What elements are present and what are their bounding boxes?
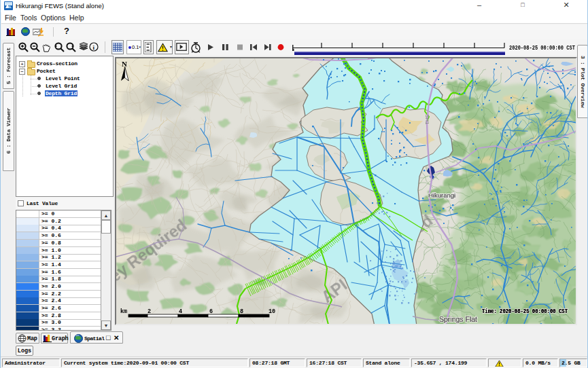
svg-text:2: 2 (148, 308, 151, 315)
svg-text:Springs Flat: Springs Flat (439, 315, 477, 323)
svg-text:4: 4 (179, 308, 182, 315)
svg-text:N: N (122, 60, 127, 68)
svg-text:10: 10 (269, 308, 275, 315)
svg-text:SH1: SH1 (424, 114, 430, 125)
svg-text:i: i (93, 44, 95, 51)
svg-text:Hikurangi: Hikurangi (428, 191, 455, 199)
svg-text:km: km (120, 308, 127, 315)
svg-text:Time: 2020-08-25 00:00:00 CST: Time: 2020-08-25 00:00:00 CST (482, 308, 568, 315)
svg-text:8: 8 (240, 308, 243, 315)
svg-text:6: 6 (209, 308, 213, 315)
